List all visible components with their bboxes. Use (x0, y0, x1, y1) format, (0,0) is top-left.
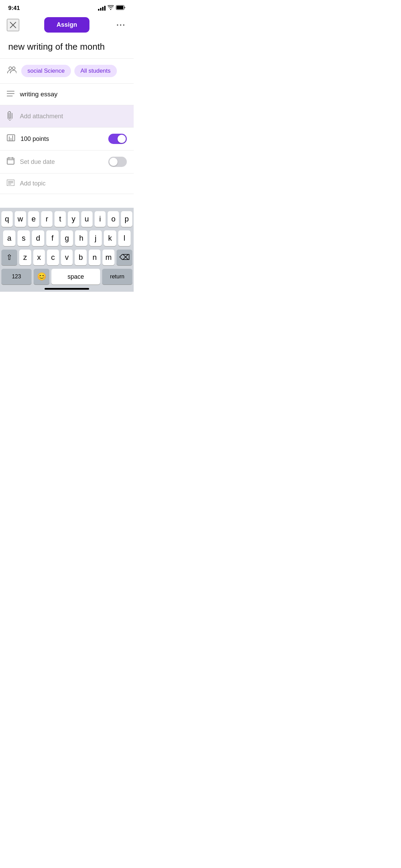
description-row (0, 84, 134, 105)
class-chip[interactable]: social Science (21, 65, 71, 77)
key-w[interactable]: w (15, 211, 26, 227)
key-z[interactable]: z (19, 250, 31, 265)
attachment-label: Add attachment (20, 113, 63, 120)
key-u[interactable]: u (81, 211, 93, 227)
svg-point-7 (9, 67, 12, 70)
key-v[interactable]: v (61, 250, 73, 265)
key-m[interactable]: m (102, 250, 114, 265)
shift-key[interactable]: ⇧ (1, 250, 17, 265)
class-chips: social Science All students (21, 65, 117, 77)
students-icon (7, 66, 16, 76)
spacer (0, 194, 134, 208)
delete-key[interactable]: ⌫ (117, 250, 132, 265)
topic-icon (7, 180, 14, 188)
key-d[interactable]: d (32, 230, 44, 246)
points-toggle[interactable] (108, 134, 127, 144)
key-s[interactable]: s (17, 230, 30, 246)
key-p[interactable]: p (121, 211, 132, 227)
key-b[interactable]: b (75, 250, 87, 265)
svg-point-4 (117, 24, 118, 26)
topic-row[interactable]: Add topic (0, 173, 134, 194)
key-n[interactable]: n (89, 250, 101, 265)
key-a[interactable]: a (3, 230, 15, 246)
wifi-icon (108, 5, 114, 11)
calendar-icon (7, 157, 14, 167)
attachment-row[interactable]: Add attachment (0, 105, 134, 128)
key-j[interactable]: j (89, 230, 102, 246)
svg-point-8 (12, 67, 15, 70)
more-options-button[interactable] (114, 19, 127, 31)
description-icon (7, 90, 14, 99)
keyboard: q w e r t y u i o p a s d f g h j k l ⇧ … (0, 208, 134, 292)
keyboard-row-1: q w e r t y u i o p (1, 211, 132, 227)
due-date-toggle[interactable] (108, 157, 127, 167)
class-row: social Science All students (0, 59, 134, 84)
close-button[interactable] (7, 19, 19, 31)
space-key[interactable]: space (51, 269, 100, 285)
key-i[interactable]: i (95, 211, 106, 227)
key-f[interactable]: f (46, 230, 59, 246)
assignment-title: new writing of the month (0, 36, 134, 59)
points-icon (7, 134, 15, 144)
due-date-row: Set due date (0, 150, 134, 173)
svg-rect-1 (117, 6, 123, 9)
assign-button[interactable]: Assign (44, 17, 89, 33)
return-key[interactable]: return (102, 269, 132, 285)
key-e[interactable]: e (28, 211, 39, 227)
status-icons (98, 5, 125, 11)
points-label: 100 points (21, 135, 103, 143)
battery-icon (116, 5, 125, 11)
status-time: 9:41 (8, 5, 20, 12)
key-r[interactable]: r (41, 211, 52, 227)
key-k[interactable]: k (104, 230, 116, 246)
numbers-key[interactable]: 123 (1, 269, 32, 285)
key-o[interactable]: o (108, 211, 119, 227)
key-x[interactable]: x (33, 250, 45, 265)
keyboard-row-3: ⇧ z x c v b n m ⌫ (1, 250, 132, 265)
status-bar: 9:41 (0, 0, 134, 14)
key-l[interactable]: l (118, 230, 131, 246)
svg-point-6 (123, 24, 124, 26)
due-date-label: Set due date (20, 158, 103, 166)
home-bar (45, 288, 89, 290)
description-input[interactable] (20, 91, 127, 98)
svg-point-5 (120, 24, 121, 26)
key-g[interactable]: g (61, 230, 73, 246)
topic-label: Add topic (20, 180, 46, 187)
key-h[interactable]: h (75, 230, 87, 246)
students-chip[interactable]: All students (74, 65, 117, 77)
points-row: 100 points (0, 128, 134, 150)
key-q[interactable]: q (1, 211, 13, 227)
svg-rect-16 (7, 158, 14, 164)
header: Assign (0, 14, 134, 36)
key-c[interactable]: c (47, 250, 59, 265)
attachment-icon (4, 110, 16, 122)
keyboard-row-4: 123 😊 space return (1, 269, 132, 285)
keyboard-row-2: a s d f g h j k l (1, 230, 132, 246)
key-t[interactable]: t (54, 211, 66, 227)
key-y[interactable]: y (68, 211, 79, 227)
signal-icon (98, 6, 106, 11)
emoji-key[interactable]: 😊 (34, 269, 49, 285)
